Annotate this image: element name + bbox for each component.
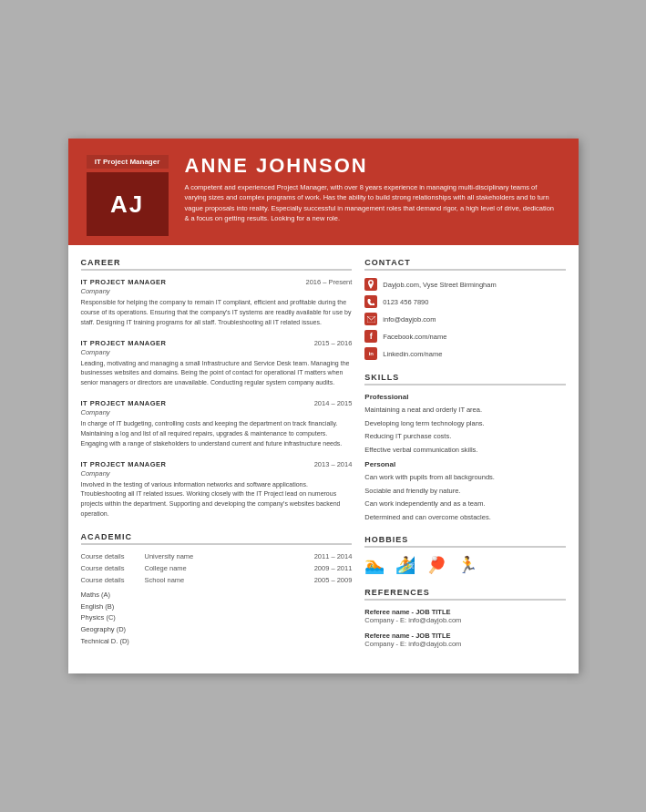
contact-item-email: info@dayjob.com xyxy=(364,313,565,325)
skill-per-1: Can work with pupils from all background… xyxy=(364,473,565,483)
academic-subjects: Maths (A) English (B) Physics (C) Geogra… xyxy=(81,590,353,648)
contact-section: CONTACT Dayjob.com, Vyse Street Birmingh… xyxy=(364,258,565,360)
contact-item-phone: 0123 456 7890 xyxy=(364,295,565,308)
career-title: CAREER xyxy=(81,258,353,271)
email-icon xyxy=(364,313,377,325)
career-job-3: IT PROJECT MANAGER xyxy=(81,399,167,407)
references-section: REFERENCES Referee name - JOB TITLE Comp… xyxy=(364,588,565,648)
career-company-2: Company xyxy=(81,348,353,356)
career-dates-4: 2013 – 2014 xyxy=(314,460,353,468)
career-desc-1: Responsible for helping the company to r… xyxy=(81,298,353,328)
resume-header: IT Project Manager AJ ANNE JOHNSON A com… xyxy=(68,139,579,245)
academic-row-1: Course details University name 2011 – 20… xyxy=(81,552,353,560)
facebook-icon: f xyxy=(364,330,377,343)
reference-2: Referee name - JOB TITLE Company - E: in… xyxy=(364,632,565,648)
avatar-section: IT Project Manager AJ xyxy=(87,155,169,236)
skill-per-4: Determined and can overcome obstacles. xyxy=(364,513,565,523)
contact-title: CONTACT xyxy=(364,258,565,271)
academic-row-3: Course details School name 2005 – 2009 xyxy=(81,576,353,584)
skill-pro-4: Effective verbal communication skills. xyxy=(364,446,565,456)
career-desc-3: In charge of IT budgeting, controlling c… xyxy=(81,419,353,449)
location-icon xyxy=(364,278,377,291)
academic-title: ACADEMIC xyxy=(81,532,353,545)
career-company-1: Company xyxy=(81,287,353,295)
ref-name-1: Referee name - JOB TITLE xyxy=(364,608,565,616)
reference-1: Referee name - JOB TITLE Company - E: in… xyxy=(364,608,565,624)
career-dates-2: 2015 – 2016 xyxy=(314,339,353,347)
skills-personal-label: Personal xyxy=(364,460,565,468)
left-column: CAREER IT PROJECT MANAGER 2016 – Present… xyxy=(81,258,353,661)
career-company-3: Company xyxy=(81,408,353,416)
career-entry-3: IT PROJECT MANAGER 2014 – 2015 Company I… xyxy=(81,399,353,449)
career-section: CAREER IT PROJECT MANAGER 2016 – Present… xyxy=(81,258,353,519)
hobbies-section: HOBBIES 🏊 🏄 🏓 🏃 xyxy=(364,535,565,575)
career-desc-4: Involved in the testing of various infor… xyxy=(81,480,353,519)
academic-row-2: Course details College name 2009 – 2011 xyxy=(81,564,353,572)
resume-body: CAREER IT PROJECT MANAGER 2016 – Present… xyxy=(68,245,579,673)
contact-item-facebook: f Facebook.com/name xyxy=(364,330,565,343)
ref-name-2: Referee name - JOB TITLE xyxy=(364,632,565,640)
skill-per-2: Sociable and friendly by nature. xyxy=(364,487,565,497)
hobbies-title: HOBBIES xyxy=(364,535,565,548)
contact-item-address: Dayjob.com, Vyse Street Birmingham xyxy=(364,278,565,291)
linkedin-icon: in xyxy=(364,347,377,360)
career-entry-2: IT PROJECT MANAGER 2015 – 2016 Company L… xyxy=(81,339,353,389)
skill-per-3: Can work independently and as a team. xyxy=(364,499,565,509)
job-title-badge: IT Project Manager xyxy=(87,155,169,169)
ref-detail-1: Company - E: info@dayjob.com xyxy=(364,616,565,624)
career-dates-1: 2016 – Present xyxy=(305,278,352,286)
hobby-pingpong-icon: 🏓 xyxy=(426,555,446,575)
skills-title: SKILLS xyxy=(364,373,565,385)
hobbies-icons: 🏊 🏄 🏓 🏃 xyxy=(364,555,565,575)
hobby-run-icon: 🏃 xyxy=(457,555,477,575)
right-column: CONTACT Dayjob.com, Vyse Street Birmingh… xyxy=(364,258,565,661)
phone-icon xyxy=(364,295,377,308)
skills-professional-label: Professional xyxy=(364,393,565,401)
resume-page: IT Project Manager AJ ANNE JOHNSON A com… xyxy=(68,139,579,673)
career-entry-4: IT PROJECT MANAGER 2013 – 2014 Company I… xyxy=(81,460,353,519)
career-job-4: IT PROJECT MANAGER xyxy=(81,460,167,468)
career-desc-2: Leading, motivating and managing a small… xyxy=(81,359,353,389)
hobby-swim-icon: 🏊 xyxy=(364,555,385,575)
candidate-name: ANNE JOHNSON xyxy=(185,155,560,177)
career-dates-3: 2014 – 2015 xyxy=(314,399,353,407)
career-entry-1: IT PROJECT MANAGER 2016 – Present Compan… xyxy=(81,278,353,328)
career-job-1: IT PROJECT MANAGER xyxy=(81,278,167,286)
career-company-4: Company xyxy=(81,469,353,478)
candidate-summary: A competent and experienced Project Mana… xyxy=(185,182,560,223)
references-title: REFERENCES xyxy=(364,588,565,601)
ref-detail-2: Company - E: info@dayjob.com xyxy=(364,640,565,648)
academic-section: ACADEMIC Course details University name … xyxy=(81,532,353,648)
career-job-2: IT PROJECT MANAGER xyxy=(81,339,167,347)
skills-section: SKILLS Professional Maintaining a neat a… xyxy=(364,373,565,522)
skill-pro-3: Reducing IT purchase costs. xyxy=(364,432,565,442)
hobby-surf-icon: 🏄 xyxy=(395,555,415,575)
contact-item-linkedin: in Linkedin.com/name xyxy=(364,347,565,360)
avatar: AJ xyxy=(87,172,169,236)
skill-pro-1: Maintaining a neat and orderly IT area. xyxy=(364,406,565,416)
skill-pro-2: Developing long term technology plans. xyxy=(364,419,565,429)
